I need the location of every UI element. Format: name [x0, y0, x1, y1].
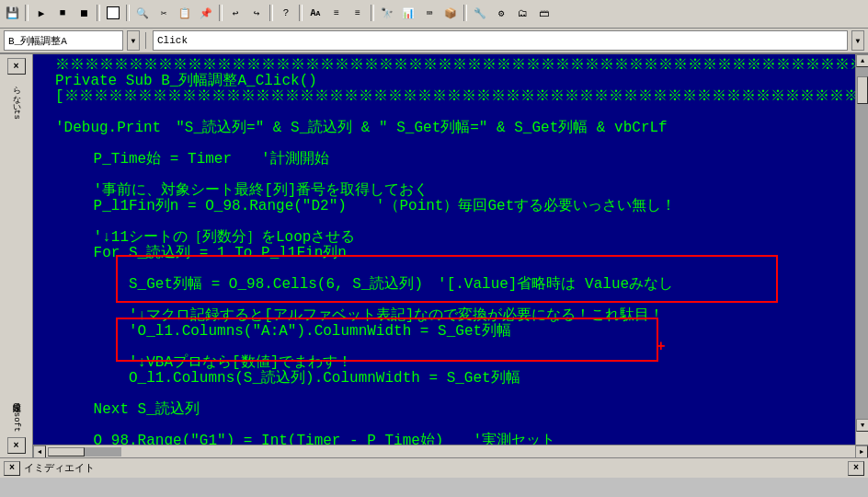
main-area: × らない ts 幅設定 rosoft × ※※※※※※※※※※※※※※※※※※…: [0, 54, 868, 457]
indent-icon: ≡: [334, 8, 339, 18]
scroll-left-btn[interactable]: ◄: [33, 445, 46, 458]
scroll-track-v[interactable]: [856, 67, 868, 419]
immediate-icon: ⌨: [427, 7, 433, 19]
tb-redo-btn[interactable]: ↪: [246, 4, 267, 22]
name-box-dropdown[interactable]: ▼: [127, 30, 140, 51]
code-line: O_98.Range("G1") = Int(Timer - P_Time始) …: [40, 433, 848, 445]
tb-paste-btn[interactable]: 📌: [196, 4, 216, 22]
tb-watch-btn[interactable]: 🔭: [377, 4, 397, 22]
tb-help-btn[interactable]: ?: [276, 4, 296, 22]
tb-reset-btn[interactable]: ⏹: [74, 4, 94, 22]
sidebar-close-btn2[interactable]: ×: [7, 437, 26, 454]
code-line: [※※※※※※※※※※※※※※※※※※※※※※※※※※※※※※※※※※※※※※※…: [40, 89, 848, 105]
code-line: '↓11シートの［列数分］をLoopさせる: [40, 230, 848, 246]
event-box-value: Click: [157, 35, 188, 46]
tb-cut-btn[interactable]: ✂: [154, 4, 174, 22]
sep7: [371, 5, 374, 21]
formula-bar: B_列幅調整A ▼ Click ▼: [0, 29, 868, 54]
code-line: S_Get列幅 = O_98.Cells(6, S_読込列) '[.Value]…: [40, 277, 848, 293]
sidebar-text1: らない: [10, 80, 22, 108]
tb-props-btn[interactable]: ⚙: [491, 4, 511, 22]
scroll-track-h[interactable]: [48, 447, 121, 457]
status-right-close[interactable]: ×: [848, 461, 864, 476]
scroll-corner: [856, 432, 868, 445]
sep2: [97, 5, 100, 21]
objbrowse-icon: 📦: [444, 7, 457, 19]
sep3: [126, 5, 130, 21]
code-line-redbox1-1: '↓マクロ記録すると[アルファベット表記]なので変換が必要になる！これ駄目！: [40, 308, 848, 324]
event-box-dropdown[interactable]: ▼: [851, 30, 864, 51]
run-icon: ▶: [39, 7, 45, 19]
undo-icon: ↩: [233, 7, 239, 19]
paste-icon: 📌: [200, 7, 212, 19]
scrollbar-horizontal: ◄ ►: [33, 445, 868, 457]
name-box-value: B_列幅調整A: [8, 34, 67, 48]
code-line: [40, 105, 848, 121]
code-line: [40, 168, 848, 183]
code-line: ※※※※※※※※※※※※※※※※※※※※※※※※※※※※※※※※※※※※※※※※…: [40, 58, 848, 74]
locals-icon: 📊: [402, 7, 415, 19]
name-box[interactable]: B_列幅調整A: [4, 30, 123, 51]
scrollbar-vertical: ▲ ▼: [855, 54, 868, 445]
code-line-redbox2-1: '↓VBAプロなら[数値]でまわす！: [40, 355, 848, 371]
find-icon: 🔍: [136, 7, 149, 19]
scroll-right-btn[interactable]: ►: [855, 445, 868, 458]
reset-icon: ⏹: [79, 7, 89, 19]
scroll-thumb-v[interactable]: [857, 76, 868, 104]
sep4: [219, 5, 223, 21]
sep1: [25, 5, 29, 21]
code-line: For S_読込列 = 1 To P_l1Fin列n: [40, 246, 848, 261]
scroll-thumb-h[interactable]: [48, 447, 85, 457]
tb-mode-btn[interactable]: [103, 4, 123, 22]
code-line-redbox2-2: O_l1.Columns(S_読込列).ColumnWidth = S_Get列…: [40, 371, 848, 387]
scroll-down-btn[interactable]: ▼: [856, 419, 868, 432]
code-content[interactable]: ※※※※※※※※※※※※※※※※※※※※※※※※※※※※※※※※※※※※※※※※…: [33, 54, 855, 445]
toolbox-icon: 🔧: [474, 7, 486, 19]
event-box[interactable]: Click: [153, 30, 848, 51]
formula-sep: [145, 32, 147, 49]
tb-locals-btn[interactable]: 📊: [398, 4, 418, 22]
break-icon: ■: [60, 7, 66, 18]
tb-aa-btn[interactable]: AA: [305, 4, 326, 22]
sidebar-text2: ts: [12, 110, 21, 120]
scroll-up-btn[interactable]: ▲: [856, 54, 868, 67]
sidebar: × らない ts 幅設定 rosoft ×: [0, 54, 33, 457]
tb-run-btn[interactable]: ▶: [31, 4, 51, 22]
code-scroll-area: ※※※※※※※※※※※※※※※※※※※※※※※※※※※※※※※※※※※※※※※※…: [33, 54, 868, 445]
status-bar: × イミディエイト ×: [0, 457, 868, 478]
sidebar-close-btn[interactable]: ×: [7, 58, 26, 75]
code-line: [40, 214, 848, 230]
cut-icon: ✂: [161, 7, 167, 19]
sep5: [269, 5, 273, 21]
tb-copy-btn[interactable]: 📋: [175, 4, 195, 22]
tb-objbrowse-btn[interactable]: 📦: [440, 4, 461, 22]
tb-save-btn[interactable]: 💾: [2, 4, 22, 22]
watch-icon: 🔭: [381, 7, 394, 19]
tb-proj-btn[interactable]: 🗂: [512, 4, 532, 22]
copy-icon: 📋: [178, 7, 191, 19]
tb-immediate-btn[interactable]: ⌨: [419, 4, 440, 22]
form-icon: 🗃: [539, 7, 549, 19]
tb-frm-btn[interactable]: 🗃: [533, 4, 554, 22]
code-line: [40, 261, 848, 277]
code-inner: ※※※※※※※※※※※※※※※※※※※※※※※※※※※※※※※※※※※※※※※※…: [33, 54, 855, 445]
code-line: P_Time始 = Timer '計測開始: [40, 152, 848, 168]
toolbar-row1: 💾 ▶ ■ ⏹ 🔍 ✂ 📋 📌 ↩ ↪ ? AA ≡ ≡ 🔭 📊 ⌨ 📦 🔧 ⚙…: [2, 2, 866, 24]
mode-icon: [107, 6, 120, 19]
proj-icon: 🗂: [518, 7, 528, 19]
tb-toolbox-btn[interactable]: 🔧: [470, 4, 490, 22]
code-line: 'Debug.Print "S_読込列=" & S_読込列 & " S_Get列…: [40, 121, 848, 136]
props-icon: ⚙: [498, 7, 505, 19]
tb-find-btn[interactable]: 🔍: [132, 4, 153, 22]
tb-undo-btn[interactable]: ↩: [225, 4, 246, 22]
status-label: イミディエイト: [24, 461, 95, 475]
code-line-redbox1-2: 'O_l1.Columns("A:A").ColumnWidth = S_Get…: [40, 324, 848, 340]
code-line: '事前に、対象シート最終[列]番号を取得しておく: [40, 183, 848, 199]
code-line: [40, 136, 848, 152]
code-line: Private Sub B_列幅調整A_Click(): [40, 74, 848, 89]
status-close-btn[interactable]: ×: [4, 461, 20, 476]
tb-indent-btn[interactable]: ≡: [326, 4, 347, 22]
tb-break-btn[interactable]: ■: [52, 4, 73, 22]
sep6: [299, 5, 303, 21]
tb-outdent-btn[interactable]: ≡: [348, 4, 368, 22]
